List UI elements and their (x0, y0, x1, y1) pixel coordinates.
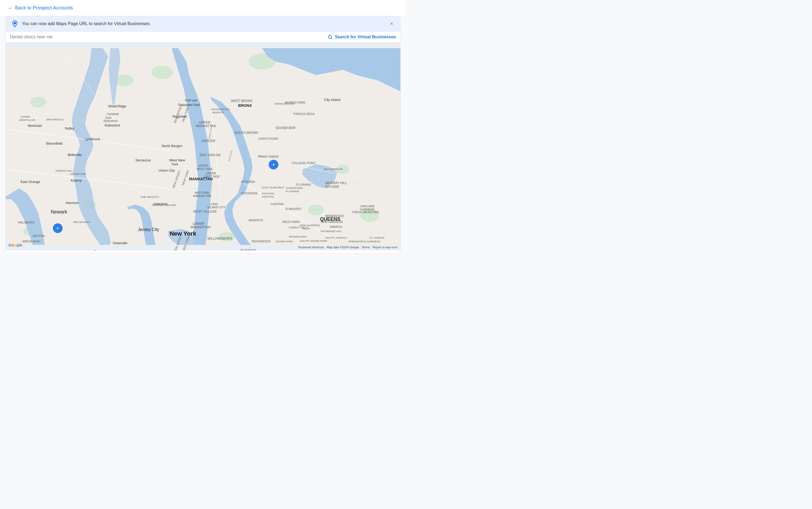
svg-text:Montclair: Montclair (28, 124, 42, 128)
svg-text:JACKSON: JACKSON (261, 192, 274, 195)
svg-text:Secaucus: Secaucus (135, 158, 151, 162)
svg-text:MURRAY HILL: MURRAY HILL (325, 181, 347, 185)
svg-line-3 (331, 38, 332, 39)
svg-text:Palisades Park: Palisades Park (178, 103, 200, 107)
svg-text:MASPETH: MASPETH (249, 218, 263, 222)
svg-text:WEST BRONX: WEST BRONX (231, 99, 253, 103)
svg-text:WEST VILLAGE: WEST VILLAGE (193, 210, 217, 213)
search-icon (327, 34, 333, 40)
svg-text:ST. ALBANS: ST. ALBANS (369, 236, 384, 239)
svg-text:DELAWANNA: DELAWANNA (73, 220, 90, 224)
svg-text:DAYTON: DAYTON (33, 234, 45, 237)
svg-text:Fort Lee: Fort Lee (185, 99, 197, 102)
svg-text:BAY TERRACE: BAY TERRACE (324, 168, 343, 171)
svg-text:WASHINGTON: WASHINGTON (211, 108, 229, 111)
svg-point-5 (30, 97, 46, 107)
svg-text:FOREST HILL: FOREST HILL (56, 169, 73, 172)
svg-text:Harrison: Harrison (66, 201, 79, 205)
svg-text:MANHATTAN: MANHATTAN (193, 194, 211, 198)
map-svg: ✈ ✈ Montclair UPPER MONTCLAIR BROOKDALE … (6, 43, 400, 250)
map-container[interactable]: ✈ ✈ Montclair UPPER MONTCLAIR BROOKDALE … (6, 43, 400, 250)
svg-text:MIDTOWN: MIDTOWN (195, 191, 209, 194)
svg-text:VAILSBURG: VAILSBURG (18, 221, 35, 224)
svg-text:Rutherford: Rutherford (104, 119, 118, 123)
svg-text:East Orange: East Orange (21, 180, 40, 184)
banner-close-button[interactable]: × (388, 21, 395, 27)
svg-text:UPPER: UPPER (199, 121, 211, 125)
svg-point-8 (151, 66, 173, 79)
svg-text:LONG: LONG (210, 202, 218, 206)
svg-text:North Bergen: North Bergen (161, 144, 182, 148)
svg-text:THE HEIGHTS: THE HEIGHTS (140, 195, 159, 198)
banner-text: You can now add Maps Page URL to search … (22, 21, 151, 26)
svg-text:Wood-Ridge: Wood-Ridge (108, 104, 126, 108)
svg-text:FLUSHING: FLUSHING (286, 190, 300, 193)
svg-text:✈: ✈ (272, 163, 275, 167)
svg-text:HEIGHTS: HEIGHTS (262, 195, 274, 198)
svg-text:MONTCLAIR: MONTCLAIR (19, 118, 35, 122)
svg-text:Newark: Newark (51, 209, 67, 214)
svg-text:Ridgefield: Ridgefield (173, 115, 187, 118)
search-button-label: Search for Virtual Businesses (335, 35, 396, 39)
svg-text:Hoboken: Hoboken (153, 202, 167, 206)
svg-text:SOUNDVIEW: SOUNDVIEW (276, 126, 296, 130)
map-pin-icon (11, 20, 19, 28)
google-logo: Google (8, 242, 23, 248)
svg-text:BUSHWICK: BUSHWICK (241, 248, 257, 250)
terms-link[interactable]: Terms (362, 246, 370, 249)
svg-text:REGO PARK: REGO PARK (283, 220, 300, 224)
report-map-error-link[interactable]: Report a map error (373, 246, 398, 249)
svg-text:WOODSIDE: WOODSIDE (241, 192, 258, 195)
svg-text:LOWER: LOWER (193, 222, 205, 226)
search-input[interactable] (10, 35, 325, 39)
svg-text:SOUTH BRONX: SOUTH BRONX (235, 131, 258, 135)
main-container: You can now add Maps Page URL to search … (5, 16, 401, 253)
svg-text:Nutley: Nutley (65, 127, 74, 130)
back-link-label: Back to Prospect Accounts (15, 5, 73, 11)
top-navigation: ← Back to Prospect Accounts (0, 0, 406, 16)
search-bar: Search for Virtual Businesses (6, 32, 400, 43)
svg-text:East: East (105, 116, 111, 119)
svg-text:BAYSIDE: BAYSIDE (325, 185, 339, 189)
svg-text:ISLAND CITY: ISLAND CITY (208, 206, 226, 209)
search-virtual-businesses-button[interactable]: Search for Virtual Businesses (327, 34, 396, 40)
banner-content: You can now add Maps Page URL to search … (11, 20, 151, 28)
svg-text:BRONX: BRONX (238, 103, 252, 108)
svg-text:Jersey City: Jersey City (138, 227, 159, 232)
svg-text:OAKLAND: OAKLAND (361, 205, 375, 208)
svg-text:Lyndhurst: Lyndhurst (85, 137, 100, 141)
svg-text:MORRIS PARK: MORRIS PARK (285, 101, 306, 104)
svg-text:JAMAICA: JAMAICA (329, 225, 342, 228)
svg-text:WEST SIDE: WEST SIDE (197, 167, 213, 171)
svg-text:EAST HARLEM: EAST HARLEM (199, 153, 220, 157)
back-to-prospect-accounts-link[interactable]: ← Back to Prospect Accounts (7, 5, 73, 11)
svg-text:RIDGEWOOD: RIDGEWOOD (252, 240, 271, 243)
svg-text:ASTORIA: ASTORIA (241, 180, 255, 184)
svg-text:West New: West New (169, 158, 185, 162)
svg-text:Bloomfield: Bloomfield (46, 141, 63, 145)
svg-text:FOREST HILLS: FOREST HILLS (289, 226, 308, 229)
svg-text:MANHATTAN: MANHATTAN (191, 225, 211, 229)
svg-text:COLLEGE POINT: COLLEGE POINT (292, 161, 316, 165)
svg-text:OZONE PARK: OZONE PARK (276, 240, 293, 243)
svg-point-2 (328, 35, 332, 38)
map-attribution: Keyboard shortcuts Map data ©2024 Google… (298, 246, 398, 249)
svg-text:ARLINGTON: ARLINGTON (70, 172, 86, 175)
svg-point-1 (14, 23, 15, 24)
back-arrow-icon: ← (7, 5, 13, 11)
svg-text:GARDENS: GARDENS (360, 208, 374, 211)
keyboard-shortcuts-link[interactable]: Keyboard shortcuts (298, 246, 324, 249)
svg-text:SOUTH JAMAICA: SOUTH JAMAICA (325, 236, 347, 239)
svg-text:FLUSHING: FLUSHING (296, 183, 311, 186)
svg-text:DOWNTOWN: DOWNTOWN (286, 186, 303, 190)
svg-point-10 (308, 205, 324, 215)
svg-text:Kearny: Kearny (71, 178, 82, 182)
svg-text:New York: New York (169, 230, 196, 237)
svg-text:York: York (171, 162, 178, 166)
svg-text:QUEENS: QUEENS (320, 216, 340, 222)
svg-text:Union City: Union City (159, 168, 175, 172)
svg-text:WOODHAVEN: WOODHAVEN (289, 235, 307, 238)
svg-text:UPPER: UPPER (206, 172, 216, 175)
svg-text:UPPER: UPPER (21, 115, 30, 118)
svg-text:ELMHURST: ELMHURST (285, 207, 302, 210)
